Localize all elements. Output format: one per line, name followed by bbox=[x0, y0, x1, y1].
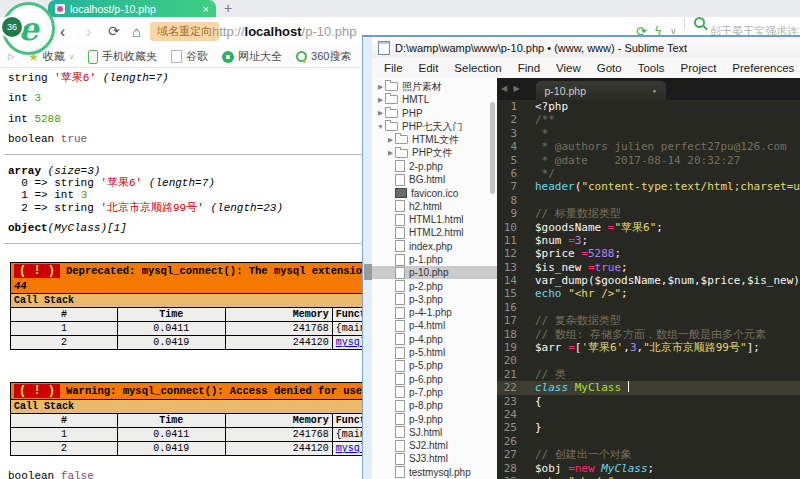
sidebar-file-HTML1.html[interactable]: HTML1.html bbox=[372, 213, 497, 226]
sidebar-file-p-4-1.php[interactable]: p-4-1.php bbox=[372, 306, 497, 319]
editor-tab[interactable]: p-10.php ● bbox=[536, 81, 666, 100]
chevron-down-icon[interactable]: ▼ bbox=[376, 123, 385, 130]
code-line-22[interactable]: 22class MyClass bbox=[497, 381, 800, 394]
menu-find[interactable]: Find bbox=[510, 62, 548, 74]
sidebar-file-p-5.php[interactable]: p-5.php bbox=[372, 359, 497, 372]
chevron-right-icon[interactable]: ▶ bbox=[386, 136, 395, 144]
mysql-connect-link[interactable]: mysql_connect bbox=[336, 443, 362, 454]
bookmark-item-ring[interactable]: 360搜索 bbox=[296, 49, 351, 64]
code-line-23[interactable]: 23{ bbox=[497, 395, 800, 408]
code-line-29[interactable]: 29echo "<hr/>"; bbox=[497, 475, 800, 479]
code-line-25[interactable]: 25} bbox=[497, 421, 800, 434]
code-line-1[interactable]: 1<?php bbox=[497, 100, 800, 113]
menu-preferences[interactable]: Preferences bbox=[724, 62, 800, 74]
redirect-badge[interactable]: 域名重定向 bbox=[150, 22, 219, 41]
sidebar-file-index.php[interactable]: index.php bbox=[372, 240, 497, 253]
sidebar-file-h2.html[interactable]: h2.html bbox=[372, 200, 497, 213]
sidebar-scrollbar[interactable] bbox=[490, 102, 495, 194]
sidebar-folder-HMTL[interactable]: ▶HMTL bbox=[372, 93, 497, 106]
sidebar-file-p-5.html[interactable]: p-5.html bbox=[372, 346, 497, 359]
file-icon bbox=[395, 200, 405, 212]
sidebar-file-p-4.php[interactable]: p-4.php bbox=[372, 333, 497, 346]
sublime-titlebar[interactable]: D:\wamp\wamp\www\p-10.php • (www, www) -… bbox=[372, 37, 800, 58]
sidebar-folder-PHP[interactable]: ▶PHP bbox=[372, 107, 497, 120]
file-icon bbox=[395, 174, 405, 186]
sidebar-file-SJ2.html[interactable]: SJ2.html bbox=[372, 439, 497, 452]
globe-icon bbox=[222, 51, 234, 63]
code-line-2[interactable]: 2/** bbox=[497, 113, 800, 126]
bookmark-item-page[interactable]: 谷歌 bbox=[171, 49, 208, 64]
code-line-4[interactable]: 4 * @authors julien perfect27pu@126.com bbox=[497, 140, 800, 153]
code-line-17[interactable]: 17// 复杂数据类型 bbox=[497, 314, 800, 327]
sidebar-folder-PHP七天入门[interactable]: ▼PHP七天入门 bbox=[372, 120, 497, 133]
code-line-21[interactable]: 21// 类 bbox=[497, 368, 800, 381]
search-icon[interactable] bbox=[694, 17, 705, 28]
sidebar-file-p-9.php[interactable]: p-9.php bbox=[372, 412, 497, 425]
sidebar-file-p-2.php[interactable]: p-2.php bbox=[372, 279, 497, 292]
code-line-5[interactable]: 5 * @date 2017-08-14 20:32:27 bbox=[497, 154, 800, 167]
sidebar-folder-HTML文件[interactable]: ▶HTML文件 bbox=[372, 133, 497, 146]
chevron-right-icon[interactable]: ▶ bbox=[386, 149, 395, 157]
menu-project[interactable]: Project bbox=[673, 62, 725, 74]
tab-scroll-arrows[interactable]: ◀ ▶ bbox=[501, 84, 522, 93]
code-line-28[interactable]: 28$obj =new MyClass; bbox=[497, 462, 800, 475]
sidebar-folder-照片素材[interactable]: ▶照片素材 bbox=[372, 80, 497, 93]
refresh-icon[interactable]: ⟳ bbox=[108, 17, 120, 46]
menu-goto[interactable]: Goto bbox=[589, 62, 630, 74]
sidebar-folder-PHP文件[interactable]: ▶PHP文件 bbox=[372, 146, 497, 159]
sidebar-file-p-7.php[interactable]: p-7.php bbox=[372, 386, 497, 399]
back-button[interactable]: ‹ bbox=[60, 17, 65, 46]
sidebar-file-SJ3.html[interactable]: SJ3.html bbox=[372, 452, 497, 465]
menu-edit[interactable]: Edit bbox=[411, 62, 447, 74]
sidebar-file-p-8.php[interactable]: p-8.php bbox=[372, 399, 497, 412]
code-line-12[interactable]: 12$price =5288; bbox=[497, 247, 800, 260]
address-bar[interactable]: http://localhost/p-10.php bbox=[212, 17, 357, 46]
code-line-14[interactable]: 14var_dump($goodsName,$num,$price,$is_ne… bbox=[497, 274, 800, 287]
sidebar-file-BG.html[interactable]: BG.html bbox=[372, 173, 497, 186]
sidebar-file-p-10.php[interactable]: p-10.php bbox=[372, 266, 497, 279]
sidebar-file-p-1.php[interactable]: p-1.php bbox=[372, 253, 497, 266]
browser-tab[interactable]: localhost/p-10.php × bbox=[48, 0, 216, 17]
browser-scrollbar-thumb[interactable] bbox=[364, 264, 372, 280]
code-line-7[interactable]: 7header("content-type:text/html;charset=… bbox=[497, 180, 800, 193]
bookmark-item-phone[interactable]: 手机收藏夹 bbox=[88, 49, 157, 64]
code-line-24[interactable]: 24 bbox=[497, 408, 800, 421]
code-line-26[interactable]: 26 bbox=[497, 435, 800, 448]
new-tab-button[interactable]: + bbox=[224, 0, 232, 17]
mysql-connect-link[interactable]: mysql_conn bbox=[336, 337, 362, 348]
bookmark-item-globe[interactable]: 网址大全 bbox=[222, 49, 282, 64]
sidebar-file-favicon.ico[interactable]: favicon.ico bbox=[372, 186, 497, 199]
code-line-18[interactable]: 18// 数组: 存储多方面，数组一般是由多个元素 bbox=[497, 328, 800, 341]
menu-tools[interactable]: Tools bbox=[630, 62, 673, 74]
sidebar-file-p-6.php[interactable]: p-6.php bbox=[372, 373, 497, 386]
sidebar-file-HTML2.html[interactable]: HTML2.html bbox=[372, 226, 497, 239]
sidebar-file-testmysql.php[interactable]: testmysql.php bbox=[372, 466, 497, 479]
code-line-9[interactable]: 9// 标量数据类型 bbox=[497, 207, 800, 220]
code-line-27[interactable]: 27// 创建出一个对象 bbox=[497, 448, 800, 461]
code-line-8[interactable]: 8 bbox=[497, 194, 800, 207]
tab-close-icon[interactable]: × bbox=[203, 3, 209, 15]
code-line-16[interactable]: 16 bbox=[497, 301, 800, 314]
sidebar-file-p-4.html[interactable]: p-4.html bbox=[372, 319, 497, 332]
menu-selection[interactable]: Selection bbox=[446, 62, 509, 74]
code-editor[interactable]: 1<?php2/**3 *4 * @authors julien perfect… bbox=[497, 100, 800, 479]
menu-view[interactable]: View bbox=[548, 62, 589, 74]
code-line-15[interactable]: 15echo "<hr />"; bbox=[497, 287, 800, 300]
forward-button[interactable]: › bbox=[86, 17, 91, 46]
sidebar-file-SJ.html[interactable]: SJ.html bbox=[372, 426, 497, 439]
code-line-6[interactable]: 6 */ bbox=[497, 167, 800, 180]
home-icon[interactable]: ⌂ bbox=[132, 17, 141, 46]
sidebar-file-p-3.php[interactable]: p-3.php bbox=[372, 293, 497, 306]
chevron-right-icon[interactable]: ▶ bbox=[376, 96, 385, 104]
code-line-19[interactable]: 19$arr =['苹果6',3,"北京市京顺路99号"]; bbox=[497, 341, 800, 354]
code-line-10[interactable]: 10$goodsName ="苹果6"; bbox=[497, 221, 800, 234]
code-line-11[interactable]: 11$num =3; bbox=[497, 234, 800, 247]
bookmark-item-expander[interactable]: ▷ bbox=[8, 52, 14, 61]
code-line-13[interactable]: 13$is_new =true; bbox=[497, 261, 800, 274]
code-line-3[interactable]: 3 * bbox=[497, 127, 800, 140]
code-line-20[interactable]: 20 bbox=[497, 354, 800, 367]
chevron-right-icon[interactable]: ▶ bbox=[376, 109, 385, 117]
menu-file[interactable]: File bbox=[376, 62, 411, 74]
chevron-right-icon[interactable]: ▶ bbox=[376, 83, 385, 91]
sidebar-file-2-p.php[interactable]: 2-p.php bbox=[372, 160, 497, 173]
